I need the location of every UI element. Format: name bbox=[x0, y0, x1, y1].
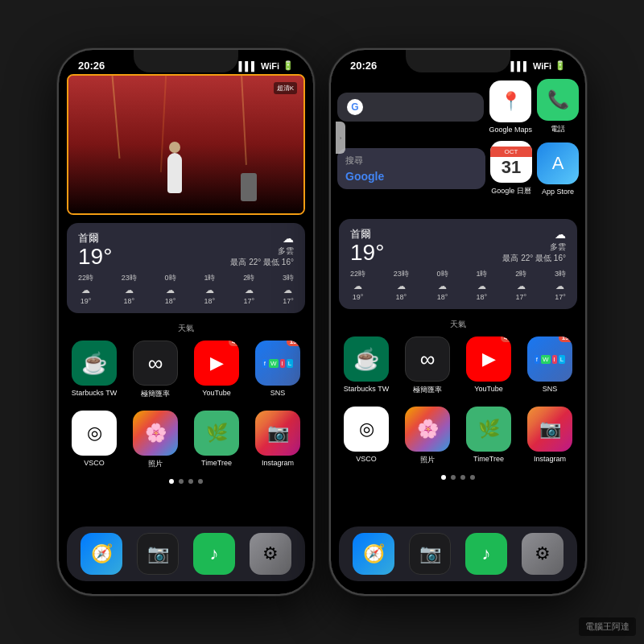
weather-highlow-right: 最高 22° 最低 16° bbox=[502, 253, 566, 264]
timetree-icon-right[interactable]: 🌿 bbox=[466, 407, 511, 452]
hour-label-2: 23時 bbox=[122, 273, 137, 283]
right-side-button[interactable] bbox=[313, 147, 315, 195]
spotify-dock-icon-left[interactable]: ♪ bbox=[193, 533, 235, 575]
app-vsco-left[interactable]: ◎ VSCO bbox=[67, 411, 122, 469]
youtube-icon-right[interactable]: ▶ 45 bbox=[466, 336, 511, 382]
timetree-icon-left[interactable]: 🌿 bbox=[194, 411, 239, 456]
infinity-label-left: 極簡匯率 bbox=[141, 389, 170, 399]
app-infinity-right[interactable]: ∞ 極簡匯率 bbox=[400, 336, 455, 395]
dock-spotify-left[interactable]: ♪ bbox=[193, 533, 235, 575]
sns-icon-right[interactable]: f W I L 194 bbox=[527, 336, 572, 382]
maps-icon-right[interactable]: 📍 bbox=[489, 80, 531, 122]
camera-dock-icon-left[interactable]: 📷 bbox=[137, 533, 179, 575]
weather-widget-right[interactable]: 首爾 19° ☁ 多雲 最高 22° 最低 16° 22時☁19° 23時☁18… bbox=[339, 219, 577, 309]
dock-safari-left[interactable]: 🧭 bbox=[80, 533, 122, 575]
dock-camera-left[interactable]: 📷 bbox=[137, 533, 179, 575]
appstore-icon-right[interactable]: A bbox=[537, 142, 579, 184]
calendar-icon-right[interactable]: OCT 31 bbox=[490, 141, 532, 183]
weather-hour-5: 2時☁17° bbox=[243, 273, 254, 305]
dot-4-left bbox=[198, 479, 203, 484]
instagram-icon-right[interactable]: 📷 bbox=[527, 407, 572, 452]
app-instagram-left[interactable]: 📷 Instagram bbox=[250, 411, 305, 469]
dock-right: 🧭 📷 ♪ ⚙ bbox=[339, 526, 577, 581]
weather-hour-2: 23時☁18° bbox=[122, 273, 137, 305]
instagram-icon-left[interactable]: 📷 bbox=[255, 411, 300, 456]
dock-settings-left[interactable]: ⚙ bbox=[250, 533, 291, 575]
app-timetree-right[interactable]: 🌿 TimeTree bbox=[461, 407, 516, 465]
app-infinity-left[interactable]: ∞ 極簡匯率 bbox=[128, 341, 183, 399]
google-g-icon: G bbox=[347, 99, 363, 115]
pip-video[interactable]: 超清K bbox=[67, 74, 305, 215]
weather-widget-left[interactable]: 首爾 19° ☁ 多雲 最高 22° 最低 16° 22時☁19° 23時☁18… bbox=[67, 223, 305, 313]
starbucks-icon-left[interactable]: ☕ bbox=[72, 341, 117, 386]
app-calendar-right[interactable]: OCT 31 Google 日曆 bbox=[490, 141, 532, 196]
weather-hour-6: 3時☁17° bbox=[283, 273, 294, 305]
starbucks-label-right: Starbucks TW bbox=[344, 385, 389, 393]
weather-desc-right: 多雲 bbox=[502, 242, 566, 253]
battery-icon-right: 🔋 bbox=[555, 60, 566, 71]
left-phone: 20:26 ▌▌▌ WiFi 🔋 bbox=[57, 48, 315, 596]
dock-safari-right[interactable]: 🧭 bbox=[353, 533, 394, 575]
status-bar-left: 20:26 ▌▌▌ WiFi 🔋 bbox=[59, 50, 313, 75]
dot-3-left bbox=[188, 479, 193, 484]
status-icons-left: ▌▌▌ WiFi 🔋 bbox=[238, 60, 294, 71]
instagram-label-left: Instagram bbox=[262, 459, 294, 467]
dock-left: 🧭 📷 ♪ ⚙ bbox=[67, 526, 305, 581]
infinity-icon-right[interactable]: ∞ bbox=[405, 336, 450, 382]
app-photos-right[interactable]: 🌸 照片 bbox=[400, 407, 455, 465]
spotify-dock-icon-right[interactable]: ♪ bbox=[465, 533, 507, 575]
weather-hour-1: 22時☁19° bbox=[78, 273, 93, 305]
app-starbucks-left[interactable]: ☕ Starbucks TW bbox=[67, 341, 122, 399]
dock-spotify-right[interactable]: ♪ bbox=[465, 533, 507, 575]
app-timetree-left[interactable]: 🌿 TimeTree bbox=[189, 411, 244, 469]
photos-label-right: 照片 bbox=[420, 455, 435, 465]
settings-dock-icon-left[interactable]: ⚙ bbox=[250, 533, 291, 575]
status-bar-right: 20:26 ▌▌▌ WiFi 🔋 bbox=[331, 50, 585, 75]
dot-2-left bbox=[179, 479, 184, 484]
settings-dock-icon-right[interactable]: ⚙ bbox=[522, 533, 564, 575]
app-phone-right[interactable]: 📞 電話 bbox=[537, 79, 579, 134]
vsco-icon-left[interactable]: ◎ bbox=[72, 411, 117, 456]
app-sns-left[interactable]: f W I L 194 SNS bbox=[250, 341, 305, 399]
app-vsco-right[interactable]: ◎ VSCO bbox=[339, 407, 394, 465]
google-search-bar[interactable]: G bbox=[337, 93, 484, 122]
youtube-badge-right: 45 bbox=[501, 336, 511, 342]
right-phone: 20:26 ▌▌▌ WiFi 🔋 G 📍 bbox=[329, 48, 587, 596]
youtube-icon-left[interactable]: ▶ 45 bbox=[194, 341, 239, 386]
weather-label-left: 天氣 bbox=[67, 323, 305, 334]
app-sns-right[interactable]: f W I L 194 SNS bbox=[522, 336, 577, 395]
phone-icon-right[interactable]: 📞 bbox=[537, 79, 579, 121]
right-side-button-r[interactable] bbox=[585, 147, 587, 195]
app-appstore-right[interactable]: A App Store bbox=[537, 142, 579, 196]
app-grid-right: ☕ Starbucks TW ∞ 極簡匯率 ▶ 45 YouTube bbox=[339, 336, 577, 465]
safari-dock-icon-left[interactable]: 🧭 bbox=[80, 533, 122, 575]
side-expand-handle[interactable]: › bbox=[336, 122, 345, 154]
maps-label-right: Google Maps bbox=[489, 126, 532, 134]
hour-temp-2: 18° bbox=[123, 297, 134, 305]
weather-temp-right: 19° bbox=[350, 242, 384, 264]
infinity-icon-left[interactable]: ∞ bbox=[133, 341, 178, 386]
time-left: 20:26 bbox=[78, 60, 105, 72]
app-photos-left[interactable]: 🌸 照片 bbox=[128, 411, 183, 469]
search-widget-row: › 搜尋 Google OCT 31 Google 日曆 bbox=[337, 141, 579, 196]
dock-camera-right[interactable]: 📷 bbox=[409, 533, 451, 575]
vsco-icon-right[interactable]: ◎ bbox=[344, 407, 389, 452]
weather-hours-left: 22時☁19° 23時☁18° 0時☁18° 1時☁18° 2時☁17° 3時☁… bbox=[78, 273, 294, 305]
safari-dock-icon-right[interactable]: 🧭 bbox=[353, 533, 394, 575]
infinity-label-right: 極簡匯率 bbox=[413, 385, 442, 395]
hour-icon-1: ☁ bbox=[81, 285, 90, 295]
photos-icon-right[interactable]: 🌸 bbox=[405, 407, 450, 452]
app-youtube-right[interactable]: ▶ 45 YouTube bbox=[461, 336, 516, 395]
photos-icon-left[interactable]: 🌸 bbox=[133, 411, 178, 456]
app-maps-right[interactable]: 📍 Google Maps bbox=[489, 80, 532, 134]
app-instagram-right[interactable]: 📷 Instagram bbox=[522, 407, 577, 465]
app-starbucks-right[interactable]: ☕ Starbucks TW bbox=[339, 336, 394, 395]
vsco-label-right: VSCO bbox=[356, 455, 377, 463]
app-youtube-left[interactable]: ▶ 45 YouTube bbox=[189, 341, 244, 399]
sns-icon-left[interactable]: f W I L 194 bbox=[255, 341, 300, 386]
dock-settings-right[interactable]: ⚙ bbox=[522, 533, 564, 575]
camera-dock-icon-right[interactable]: 📷 bbox=[409, 533, 451, 575]
search-widget-right[interactable]: 搜尋 Google bbox=[337, 148, 485, 189]
starbucks-icon-right[interactable]: ☕ bbox=[344, 336, 389, 382]
youtube-label-right: YouTube bbox=[474, 385, 502, 393]
